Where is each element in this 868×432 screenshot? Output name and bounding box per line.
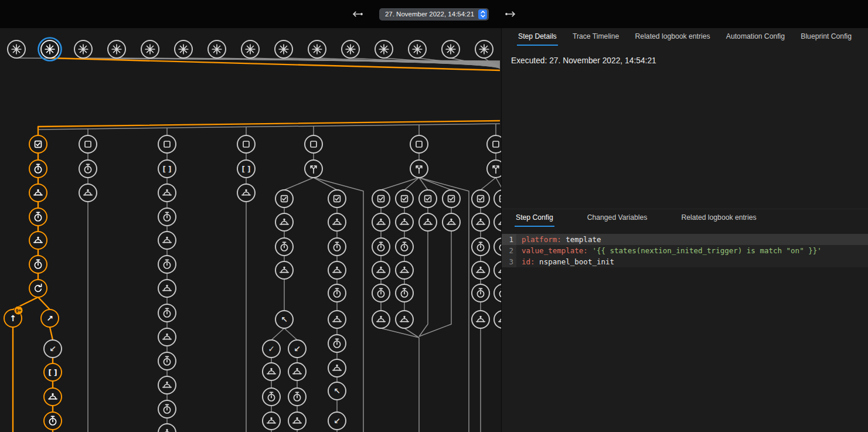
node-checksquare[interactable] xyxy=(494,190,501,208)
node-timer[interactable] xyxy=(472,238,489,256)
node-square[interactable] xyxy=(79,135,97,153)
node-arrow-up[interactable]: ↑9+ xyxy=(4,306,23,327)
node-bell[interactable] xyxy=(158,232,176,249)
node-asterisk[interactable] xyxy=(8,40,25,58)
node-asterisk[interactable] xyxy=(342,40,359,58)
node-bell[interactable] xyxy=(237,184,255,202)
next-run-button[interactable] xyxy=(503,6,518,22)
node-check[interactable]: ✓ xyxy=(263,340,280,358)
node-bell[interactable] xyxy=(494,213,501,231)
tab-related-logbook-entries[interactable]: Related logbook entries xyxy=(634,28,712,46)
node-bell[interactable] xyxy=(158,184,176,202)
node-bell[interactable] xyxy=(79,184,97,202)
node-timer[interactable] xyxy=(494,284,501,302)
node-square[interactable] xyxy=(237,135,255,153)
node-repeat[interactable] xyxy=(29,280,47,297)
node-bell[interactable] xyxy=(44,388,62,406)
node-bell[interactable] xyxy=(494,311,501,328)
node-square[interactable] xyxy=(410,135,428,153)
node-timer[interactable] xyxy=(396,284,413,302)
node-split[interactable] xyxy=(305,160,322,178)
node-bell[interactable] xyxy=(372,311,390,328)
previous-run-button[interactable] xyxy=(350,6,365,22)
node-asterisk[interactable] xyxy=(39,38,62,61)
tab-trace-timeline[interactable]: Trace Timeline xyxy=(571,28,620,46)
node-checksquare[interactable] xyxy=(396,190,413,208)
node-timer[interactable] xyxy=(158,400,176,418)
node-bell[interactable] xyxy=(372,213,390,231)
node-square[interactable] xyxy=(487,135,501,153)
node-asterisk[interactable] xyxy=(108,40,125,58)
node-bell[interactable] xyxy=(396,261,413,279)
node-timer[interactable] xyxy=(372,238,390,256)
node-timer[interactable] xyxy=(328,284,346,302)
node-bell[interactable] xyxy=(396,213,413,231)
node-bell[interactable] xyxy=(158,328,176,346)
node-timer[interactable] xyxy=(372,284,390,302)
node-asterisk[interactable] xyxy=(241,40,259,58)
node-bell[interactable] xyxy=(372,261,390,279)
node-bell[interactable] xyxy=(29,184,47,202)
node-bell[interactable] xyxy=(158,280,176,297)
node-bell[interactable] xyxy=(328,311,346,328)
node-checksquare[interactable] xyxy=(372,190,390,208)
node-asterisk[interactable] xyxy=(74,40,92,58)
node-timer[interactable] xyxy=(79,160,97,178)
node-timer[interactable] xyxy=(158,208,176,226)
node-brackets[interactable]: [ ] xyxy=(44,363,62,381)
node-timer[interactable] xyxy=(29,256,47,273)
node-timer[interactable] xyxy=(275,238,293,256)
node-checksquare[interactable] xyxy=(29,135,47,153)
node-asterisk[interactable] xyxy=(375,40,393,58)
node-asterisk[interactable] xyxy=(409,40,426,58)
tab-blueprint-config[interactable]: Blueprint Config xyxy=(799,28,853,46)
node-bell[interactable] xyxy=(472,311,489,328)
node-asterisk[interactable] xyxy=(475,40,493,58)
tab-automation-config[interactable]: Automation Config xyxy=(725,28,786,46)
node-checksquare[interactable] xyxy=(419,190,437,208)
node-arrow-sw[interactable]: ↙ xyxy=(288,340,306,358)
node-bell[interactable] xyxy=(328,359,346,377)
tab-changed-variables[interactable]: Changed Variables xyxy=(586,209,649,227)
node-asterisk[interactable] xyxy=(275,40,292,58)
node-bell[interactable] xyxy=(158,424,176,432)
node-bell[interactable] xyxy=(494,261,501,279)
node-bell[interactable] xyxy=(275,261,293,279)
node-timer[interactable] xyxy=(288,388,306,406)
node-arrow-ne[interactable]: ↗ xyxy=(41,309,59,327)
node-bell[interactable] xyxy=(263,412,280,430)
node-checksquare[interactable] xyxy=(275,190,293,208)
node-arrow-nw[interactable]: ↖ xyxy=(328,382,346,400)
node-timer[interactable] xyxy=(328,335,346,352)
node-bell[interactable] xyxy=(442,213,460,231)
node-bell[interactable] xyxy=(288,412,306,430)
node-arrow-sw[interactable]: ↙ xyxy=(44,340,62,358)
node-bell[interactable] xyxy=(472,213,489,231)
node-bell[interactable] xyxy=(288,363,306,380)
node-timer[interactable] xyxy=(263,388,280,406)
node-timer[interactable] xyxy=(29,160,47,178)
node-timer[interactable] xyxy=(158,304,176,322)
node-bell[interactable] xyxy=(29,232,47,249)
node-timer[interactable] xyxy=(494,238,501,256)
node-timer[interactable] xyxy=(472,284,489,302)
node-asterisk[interactable] xyxy=(141,40,159,58)
node-bell[interactable] xyxy=(419,213,437,231)
run-selector[interactable]: 27. November 2022, 14:54:21 xyxy=(379,8,489,21)
node-bell[interactable] xyxy=(328,213,346,231)
tab-step-config[interactable]: Step Config xyxy=(515,209,554,227)
node-square[interactable] xyxy=(305,135,322,153)
node-brackets[interactable]: [ ] xyxy=(237,160,255,178)
node-checksquare[interactable] xyxy=(472,190,489,208)
node-split[interactable] xyxy=(410,160,428,178)
node-timer[interactable] xyxy=(328,238,346,256)
node-square[interactable] xyxy=(158,135,176,153)
node-bell[interactable] xyxy=(396,311,413,328)
node-bell[interactable] xyxy=(158,376,176,394)
node-bell[interactable] xyxy=(472,261,489,279)
node-timer[interactable] xyxy=(158,256,176,273)
node-brackets[interactable]: [ ] xyxy=(158,160,176,178)
node-timer[interactable] xyxy=(44,412,62,430)
tab-related-logbook-entries[interactable]: Related logbook entries xyxy=(680,209,757,227)
tab-step-details[interactable]: Step Details xyxy=(517,28,558,46)
